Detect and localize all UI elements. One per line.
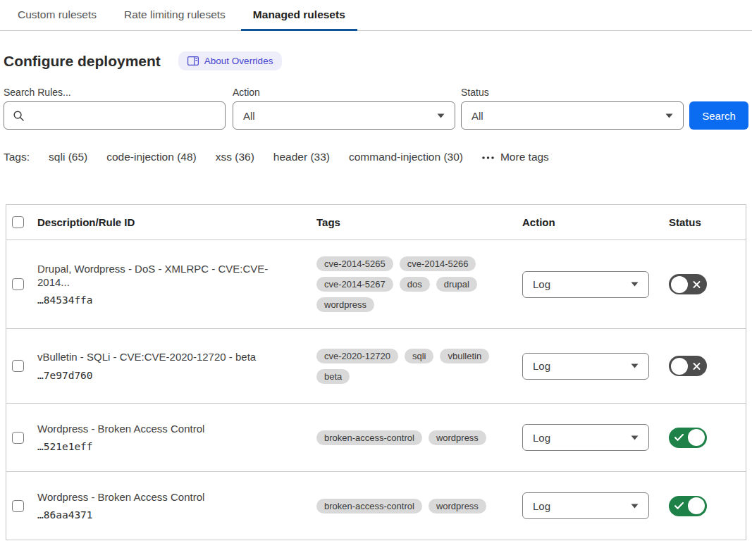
rule-action-value: Log [533, 500, 550, 512]
table-row: Wordpress - Broken Access Control …521e1… [6, 404, 746, 472]
filters-row: Search Rules... Action All Status All [4, 87, 752, 130]
rule-tag: broken-access-control [316, 499, 422, 514]
status-filter: Status All [461, 87, 689, 130]
more-tags-label: More tags [500, 151, 549, 163]
chevron-down-icon [437, 113, 445, 118]
rule-description: Drupal, Wordpress - DoS - XMLRPC - CVE:C… [37, 263, 300, 290]
rule-description: Wordpress - Broken Access Control [37, 491, 300, 504]
row-checkbox[interactable] [12, 500, 24, 512]
tab-custom-rulesets[interactable]: Custom rulesets [6, 0, 109, 30]
search-input-wrap [4, 101, 226, 130]
action-select[interactable]: All [233, 101, 455, 130]
rule-tag: cve-2014-5267 [316, 277, 393, 292]
tag-filter-header[interactable]: header (33) [273, 151, 330, 163]
rule-action-value: Log [533, 432, 550, 444]
rule-action-select[interactable]: Log [522, 353, 649, 380]
rule-tag: drupal [436, 277, 477, 292]
rule-id: …84534ffa [37, 294, 300, 306]
toggle-knob [688, 429, 705, 446]
tab-managed-rulesets[interactable]: Managed rulesets [241, 0, 357, 30]
toggle-knob [688, 497, 705, 514]
rule-tag: wordpress [316, 297, 374, 312]
row-checkbox[interactable] [12, 278, 24, 290]
column-status: Status [656, 216, 746, 228]
rule-action-select[interactable]: Log [522, 424, 649, 451]
rule-status-toggle[interactable] [669, 356, 707, 376]
row-checkbox[interactable] [12, 432, 24, 444]
rule-status-toggle[interactable] [669, 274, 707, 294]
action-select-value: All [243, 110, 255, 122]
rule-tag: broken-access-control [316, 430, 422, 445]
toggle-knob [671, 358, 688, 375]
rule-action-select[interactable]: Log [522, 271, 649, 298]
page-title: Configure deployment [4, 53, 161, 70]
status-label: Status [461, 87, 689, 98]
rule-tag: beta [316, 369, 350, 384]
chevron-down-icon [631, 504, 639, 509]
tags-bar-label: Tags: [4, 151, 30, 163]
rule-tag: dos [400, 277, 430, 292]
more-tags-button[interactable]: More tags [482, 151, 549, 163]
rule-status-toggle[interactable] [669, 428, 707, 448]
rule-description: Wordpress - Broken Access Control [37, 423, 300, 436]
tab-bar: Custom rulesets Rate limiting rulesets M… [0, 0, 752, 31]
rule-action-value: Log [533, 278, 550, 290]
toggle-knob [671, 276, 688, 293]
rule-status-toggle[interactable] [669, 496, 707, 516]
row-checkbox[interactable] [12, 360, 24, 372]
status-select[interactable]: All [461, 101, 684, 130]
rule-tag: cve-2014-5265 [316, 256, 393, 271]
chevron-down-icon [665, 113, 673, 118]
chevron-down-icon [631, 363, 639, 368]
search-button[interactable]: Search [689, 101, 748, 130]
action-filter: Action All [233, 87, 461, 130]
rule-tag: wordpress [429, 499, 486, 514]
action-label: Action [233, 87, 461, 98]
tag-filter-command-injection[interactable]: command-injection (30) [349, 151, 463, 163]
tag-filter-xss[interactable]: xss (36) [216, 151, 254, 163]
heading-row: Configure deployment About Overrides [4, 51, 752, 70]
search-input[interactable] [31, 109, 216, 123]
rule-id: …521e1eff [37, 441, 300, 452]
rule-action-select[interactable]: Log [522, 492, 649, 519]
rule-tag: vbulletin [440, 349, 489, 363]
search-rules-label: Search Rules... [4, 87, 233, 98]
table-row: Wordpress - Broken Access Control …86aa4… [6, 472, 746, 540]
status-select-value: All [471, 110, 483, 122]
select-all-checkbox[interactable] [12, 216, 24, 228]
chevron-down-icon [631, 435, 639, 440]
ellipsis-icon [482, 156, 494, 159]
rule-tag: cve-2020-12720 [316, 349, 398, 363]
table-header-row: Description/Rule ID Tags Action Status [6, 205, 746, 240]
column-tags: Tags [316, 216, 522, 228]
book-icon [187, 56, 199, 66]
rule-tag: wordpress [429, 430, 486, 445]
about-overrides-link[interactable]: About Overrides [178, 51, 283, 70]
tab-rate-limiting-rulesets[interactable]: Rate limiting rulesets [112, 0, 238, 30]
tag-filter-code-injection[interactable]: code-injection (48) [106, 151, 197, 163]
rules-table: Description/Rule ID Tags Action Status D… [6, 204, 746, 540]
rule-description: vBulletin - SQLi - CVE:CVE-2020-12720 - … [37, 351, 300, 364]
x-icon [693, 280, 701, 288]
tag-filter-sqli[interactable]: sqli (65) [49, 151, 87, 163]
search-filter: Search Rules... [4, 87, 233, 130]
about-overrides-label: About Overrides [204, 56, 273, 66]
chevron-down-icon [631, 282, 639, 287]
rule-action-value: Log [533, 360, 550, 372]
x-icon [693, 362, 701, 370]
tags-bar: Tags: sqli (65) code-injection (48) xss … [4, 151, 752, 163]
check-icon [674, 502, 684, 510]
check-icon [674, 434, 684, 442]
search-icon [13, 110, 25, 122]
rule-tag: cve-2014-5266 [400, 256, 476, 271]
rule-id: …7e97d760 [37, 370, 300, 381]
rule-id: …86aa4371 [37, 509, 300, 521]
rule-tag: sqli [405, 349, 434, 363]
table-row: vBulletin - SQLi - CVE:CVE-2020-12720 - … [6, 329, 746, 404]
column-action: Action [522, 216, 656, 228]
table-row: Drupal, Wordpress - DoS - XMLRPC - CVE:C… [6, 240, 746, 329]
column-description: Description/Rule ID [37, 216, 316, 228]
